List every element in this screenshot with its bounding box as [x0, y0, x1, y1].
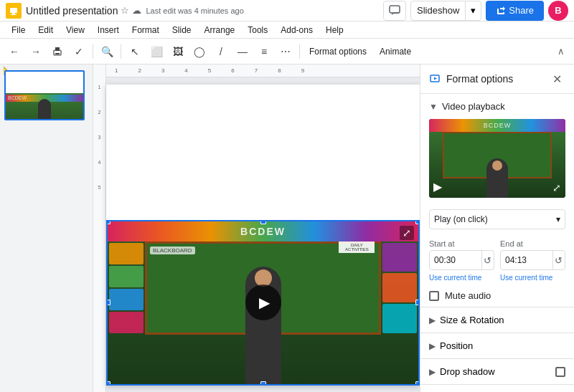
menu-help[interactable]: Help: [320, 24, 349, 37]
ruler-vtick: 5: [98, 185, 101, 190]
ruler-tick: 7: [255, 67, 258, 74]
print-button[interactable]: [47, 42, 67, 62]
border-weight-tool[interactable]: ≡: [254, 42, 274, 62]
format-panel-close-button[interactable]: ✕: [548, 70, 565, 87]
ruler-tick: 2: [138, 67, 141, 74]
menu-bar: File Edit View Insert Format Slide Arran…: [0, 21, 574, 39]
svg-rect-4: [390, 6, 400, 13]
position-section[interactable]: ▶ Position: [420, 333, 574, 359]
format-panel-title: Format options: [446, 73, 513, 85]
play-mode-select[interactable]: Play (on click) ▾: [429, 209, 565, 229]
format-panel-icon: [429, 72, 442, 85]
video-playback-section: ▼ Video playback BCDEW ▶ ⤢: [420, 94, 574, 307]
size-rotation-section[interactable]: ▶ Size & Rotation: [420, 307, 574, 333]
app-icon: [6, 3, 22, 19]
line-tool[interactable]: /: [211, 42, 231, 62]
video-playback-label: Video playback: [442, 101, 505, 112]
spell-check-button[interactable]: ✓: [69, 42, 89, 62]
format-panel-header: Format options ✕: [420, 64, 574, 94]
end-time-refresh[interactable]: ↺: [552, 250, 565, 270]
shape-tool[interactable]: ◯: [189, 42, 210, 62]
position-label: Position: [440, 340, 473, 351]
video-playback-header[interactable]: ▼ Video playback: [420, 94, 574, 119]
zoom-button[interactable]: 🔍: [97, 42, 117, 62]
preview-person: [486, 158, 508, 198]
resize-handle-tm[interactable]: [260, 220, 266, 224]
resize-handle-tr[interactable]: [415, 220, 420, 224]
svg-rect-6: [55, 47, 60, 51]
drop-shadow-checkbox[interactable]: [555, 367, 565, 377]
title-area: Untitled presentation ☆ ☁: [26, 5, 141, 16]
menu-addons[interactable]: Add-ons: [275, 24, 319, 37]
share-button[interactable]: Share: [486, 1, 544, 21]
text-box-tool[interactable]: ⬜: [146, 42, 166, 62]
start-time-input[interactable]: [430, 255, 481, 265]
resize-handle-ml[interactable]: [106, 300, 110, 305]
cursor-tool[interactable]: ↖: [125, 42, 145, 62]
end-time-input[interactable]: [501, 255, 552, 265]
border-dash-tool[interactable]: ⋯: [276, 42, 296, 62]
preview-play-button[interactable]: ▶: [433, 180, 442, 193]
svg-rect-3: [11, 14, 17, 15]
resize-handle-mr[interactable]: [415, 300, 420, 305]
comments-button[interactable]: [383, 1, 406, 21]
menu-insert[interactable]: Insert: [92, 24, 125, 37]
thumbnail-video: BCDEW: [6, 72, 83, 119]
format-options-button[interactable]: Format options: [304, 42, 372, 62]
preview-video-bg: BCDEW: [429, 119, 565, 198]
resize-handle-bm[interactable]: [260, 381, 266, 386]
expand-icon[interactable]: ⤢: [400, 226, 414, 240]
video-playback-chevron: ▼: [429, 102, 438, 112]
svg-rect-2: [12, 13, 15, 14]
toolbar: ← → ✓ 🔍 ↖ ⬜ 🖼 ◯ / — ≡ ⋯ Format options A…: [0, 39, 574, 64]
separator-2: [121, 44, 121, 59]
video-element[interactable]: BCDEW BLACKBOARD: [106, 220, 420, 386]
menu-tools[interactable]: Tools: [242, 24, 273, 37]
top-bar: Untitled presentation ☆ ☁ Last edit was …: [0, 0, 574, 21]
menu-format[interactable]: Format: [126, 24, 165, 37]
menu-edit[interactable]: Edit: [32, 24, 59, 37]
start-use-current[interactable]: Use current time: [429, 274, 494, 282]
line-color-tool[interactable]: —: [232, 42, 253, 62]
user-avatar[interactable]: B: [548, 1, 568, 21]
start-time-refresh[interactable]: ↺: [481, 250, 494, 270]
menu-slide[interactable]: Slide: [166, 24, 197, 37]
undo-button[interactable]: ←: [4, 42, 24, 62]
drop-shadow-section[interactable]: ▶ Drop shadow: [420, 359, 574, 385]
menu-view[interactable]: View: [60, 24, 90, 37]
resize-handle-tl[interactable]: [106, 220, 110, 224]
mute-audio-checkbox[interactable]: [429, 291, 439, 301]
menu-arrange[interactable]: Arrange: [199, 24, 241, 37]
animate-button[interactable]: Animate: [374, 42, 417, 62]
video-play-button[interactable]: ▶: [245, 285, 281, 320]
vertical-ruler: 1 2 3 4 5: [93, 64, 106, 392]
star-icon[interactable]: ☆: [121, 5, 129, 16]
preview-fullscreen-button[interactable]: ⤢: [552, 182, 561, 193]
ruler-tick: 9: [301, 67, 304, 74]
ruler-vtick: 2: [98, 110, 101, 115]
slides-panel: 1 📐 BCDEW: [0, 64, 93, 392]
start-at-label: Start at: [429, 239, 494, 248]
redo-button[interactable]: →: [26, 42, 46, 62]
svg-marker-9: [434, 77, 437, 80]
resize-handle-br[interactable]: [415, 381, 420, 386]
drop-shadow-chevron: ▶: [429, 367, 436, 377]
collapse-toolbar-button[interactable]: ∧: [552, 43, 570, 60]
canvas-area: 1 2 3 4 5 6 7 8 9 1 2 3 4 5: [93, 64, 420, 392]
ruler-tick: 5: [208, 67, 211, 74]
separator-3: [299, 44, 300, 59]
slide-thumbnail[interactable]: BCDEW: [4, 70, 85, 120]
ruler-vtick: 1: [98, 85, 101, 90]
share-label: Share: [509, 5, 534, 16]
ruler-tick: 4: [184, 67, 187, 74]
image-tool[interactable]: 🖼: [168, 42, 188, 62]
slideshow-button[interactable]: Slideshow ▾: [410, 1, 481, 21]
presentation-title[interactable]: Untitled presentation: [26, 5, 118, 16]
video-preview-thumbnail: BCDEW ▶ ⤢: [429, 119, 565, 198]
end-use-current[interactable]: Use current time: [500, 274, 565, 282]
last-edit-text: Last edit was 4 minutes ago: [146, 6, 243, 15]
menu-file[interactable]: File: [6, 24, 31, 37]
play-on-click-row: Play (on click) ▾: [420, 205, 574, 235]
resize-handle-bl[interactable]: [106, 381, 110, 386]
slideshow-dropdown-arrow[interactable]: ▾: [465, 1, 481, 21]
